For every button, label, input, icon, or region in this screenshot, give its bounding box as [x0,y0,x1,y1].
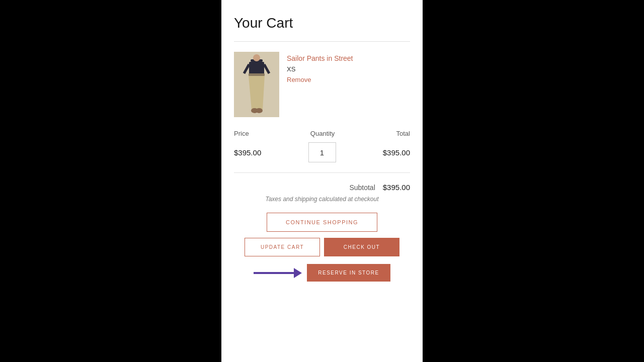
continue-shopping-button[interactable]: CONTINUE SHOPPING [267,213,377,232]
product-image [234,52,279,117]
svg-line-6 [244,64,249,73]
product-row: Sailor Pants in Street XS Remove [234,52,410,117]
subtotal-value: $395.00 [383,183,410,192]
top-divider [234,41,410,42]
checkout-button[interactable]: CHECK OUT [324,238,399,256]
tax-note: Taxes and shipping calculated at checkou… [234,196,410,203]
cart-panel: Your Cart [221,0,423,362]
reserve-in-store-button[interactable]: RESERVE IN STORE [307,264,390,282]
product-name: Sailor Pants in Street [287,54,353,62]
page-title: Your Cart [234,15,410,31]
arrow-line [254,272,294,274]
product-size: XS [287,65,353,73]
svg-point-4 [256,108,263,113]
left-background [0,0,221,362]
svg-line-7 [264,64,269,73]
subtotal-row: Subtotal $395.00 [234,183,410,192]
svg-rect-1 [249,62,264,74]
update-cart-button[interactable]: UPDATE CART [245,238,320,256]
arrow-head-icon [294,268,302,278]
total-value: $395.00 [383,148,410,157]
right-background [423,0,644,362]
subtotal-label: Subtotal [349,184,375,192]
update-checkout-row: UPDATE CART CHECK OUT [234,238,410,256]
price-value: $395.00 [234,148,261,157]
price-header-row: Price Quantity Total [234,127,410,137]
quantity-input[interactable] [308,142,336,162]
total-header: Total [396,130,410,137]
arrow-container [254,268,302,278]
product-details: Sailor Pants in Street XS Remove [287,52,353,117]
svg-rect-2 [249,73,265,76]
price-values-row: $395.00 $395.00 [234,142,410,162]
bottom-divider [234,172,410,173]
reserve-row: RESERVE IN STORE [234,264,410,282]
svg-point-5 [253,54,260,61]
remove-link[interactable]: Remove [287,76,353,83]
quantity-header: Quantity [310,130,335,137]
price-header: Price [234,130,249,137]
